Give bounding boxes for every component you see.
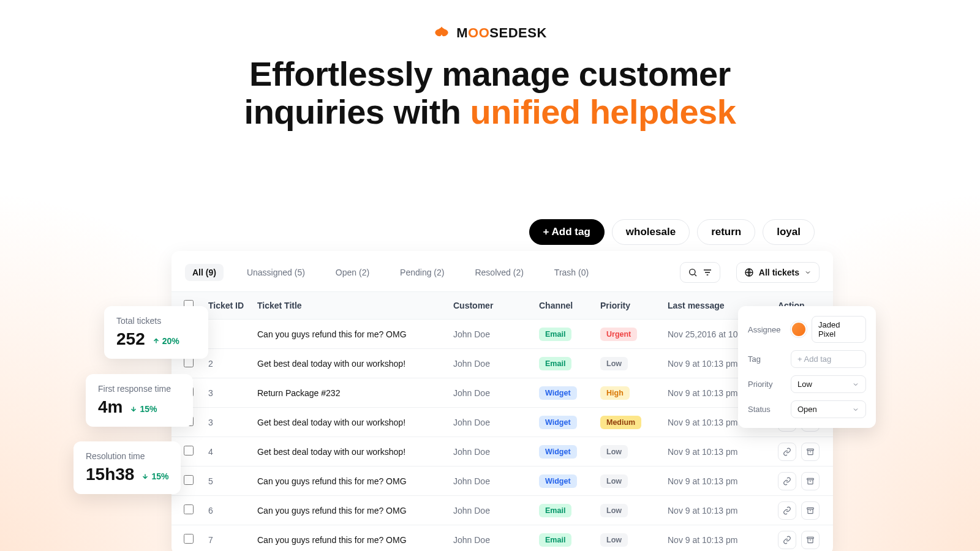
tag-button-loyal[interactable]: loyal [763, 219, 815, 245]
cell-last-message: Nov 9 at 10:13 pm [668, 535, 778, 545]
cell-customer: John Doe [453, 388, 539, 398]
table-row[interactable]: 3Return Package #232John DoeWidgetHighNo… [172, 378, 833, 408]
assignee-value[interactable]: Jaded Pixel [812, 316, 866, 343]
priority-badge: Low [600, 474, 628, 488]
tab-open[interactable]: Open (2) [328, 264, 377, 281]
row-link-button[interactable] [778, 501, 796, 520]
stat-delta: 15% [130, 404, 157, 414]
table-row[interactable]: Can you guys refund this for me? OMGJohn… [172, 320, 833, 349]
stat-first-response: First response time 4m 15% [86, 374, 193, 427]
row-checkbox[interactable] [184, 534, 194, 544]
search-icon [688, 268, 698, 277]
row-checkbox[interactable] [184, 446, 194, 455]
globe-icon [744, 268, 754, 277]
row-link-button[interactable] [778, 531, 796, 549]
cell-customer: John Doe [453, 476, 539, 486]
row-archive-button[interactable] [801, 472, 820, 490]
row-archive-button[interactable] [801, 501, 820, 520]
channel-badge: Email [539, 328, 571, 341]
status-select[interactable]: Open [791, 400, 866, 418]
cell-customer: John Doe [453, 418, 539, 427]
chevron-down-icon [852, 406, 859, 413]
stat-value: 252 [116, 329, 145, 349]
channel-badge: Email [539, 504, 571, 517]
row-link-button[interactable] [778, 443, 796, 461]
priority-badge: Medium [600, 416, 641, 429]
chevron-down-icon [804, 269, 812, 276]
tab-trash[interactable]: Trash (0) [547, 264, 596, 281]
cell-customer: John Doe [453, 506, 539, 515]
channel-badge: Widget [539, 416, 577, 429]
cell-ticket-id: 3 [208, 388, 257, 398]
stat-value: 4m [98, 397, 123, 417]
cell-title: Get best deal today with our workshop! [257, 447, 453, 457]
row-checkbox[interactable] [184, 504, 194, 514]
cell-ticket-id: 7 [208, 535, 257, 545]
cell-customer: John Doe [453, 359, 539, 369]
brand-name: MOOSEDESK [456, 25, 547, 41]
tab-all[interactable]: All (9) [185, 264, 224, 281]
tag-button-return[interactable]: return [697, 219, 755, 245]
table-row[interactable]: 5Can you guys refund this for me? OMGJoh… [172, 467, 833, 496]
row-checkbox[interactable] [184, 358, 194, 367]
cell-title: Get best deal today with our workshop! [257, 359, 453, 369]
cell-title: Can you guys refund this for me? OMG [257, 476, 453, 486]
col-ticket-id: Ticket ID [208, 301, 257, 310]
tab-pending[interactable]: Pending (2) [393, 264, 451, 281]
table-row[interactable]: 6Can you guys refund this for me? OMGJoh… [172, 496, 833, 525]
cell-title: Can you guys refund this for me? OMG [257, 535, 453, 545]
cell-customer: John Doe [453, 447, 539, 457]
priority-badge: Low [600, 445, 628, 459]
ticket-panel: All (9) Unassigned (5) Open (2) Pending … [172, 251, 833, 551]
all-tickets-dropdown[interactable]: All tickets [736, 262, 820, 283]
channel-badge: Email [539, 533, 571, 547]
table-row[interactable]: 7Can you guys refund this for me? OMGJoh… [172, 525, 833, 551]
tab-unassigned[interactable]: Unassigned (5) [239, 264, 312, 281]
row-checkbox[interactable] [184, 475, 194, 485]
tag-label: Tag [748, 354, 785, 364]
col-channel: Channel [539, 301, 600, 310]
cell-customer: John Doe [453, 329, 539, 339]
search-filter-button[interactable] [680, 262, 720, 283]
table-row[interactable]: 2Get best deal today with our workshop!J… [172, 349, 833, 378]
page-headline: Effortlessly manage customer inquiries w… [0, 55, 980, 130]
priority-badge: Low [600, 533, 628, 547]
tabs-bar: All (9) Unassigned (5) Open (2) Pending … [172, 262, 833, 291]
cell-title: Can you guys refund this for me? OMG [257, 506, 453, 515]
arrow-up-icon [153, 337, 160, 345]
ticket-details-popover: Assignee Jaded Pixel Tag Priority Low St… [738, 306, 876, 428]
cell-last-message: Nov 9 at 10:13 pm [668, 476, 778, 486]
svg-rect-6 [807, 449, 814, 450]
cell-ticket-id: 4 [208, 447, 257, 457]
stat-label: Resolution time [86, 451, 168, 461]
svg-rect-9 [807, 537, 814, 538]
cell-title: Return Package #232 [257, 388, 453, 398]
col-title: Ticket Title [257, 301, 453, 310]
tab-resolved[interactable]: Resolved (2) [467, 264, 530, 281]
col-customer: Customer [453, 301, 539, 310]
channel-badge: Email [539, 357, 571, 370]
tag-button-wholesale[interactable]: wholesale [612, 219, 690, 245]
row-archive-button[interactable] [801, 531, 820, 549]
cell-title: Get best deal today with our workshop! [257, 418, 453, 427]
tag-input[interactable] [791, 350, 866, 368]
stat-delta: 20% [153, 336, 179, 346]
cell-ticket-id: 2 [208, 359, 257, 369]
brand-header: MOOSEDESK [0, 0, 980, 42]
assignee-label: Assignee [748, 325, 785, 334]
table-row[interactable]: 4Get best deal today with our workshop!J… [172, 437, 833, 467]
table-row[interactable]: 3Get best deal today with our workshop!J… [172, 408, 833, 437]
priority-badge: Low [600, 357, 628, 370]
priority-select[interactable]: Low [791, 375, 866, 393]
stat-value: 15h38 [86, 465, 134, 484]
chevron-down-icon [852, 381, 859, 388]
cell-title: Can you guys refund this for me? OMG [257, 329, 453, 339]
channel-badge: Widget [539, 445, 577, 459]
svg-rect-7 [807, 478, 814, 479]
cell-last-message: Nov 9 at 10:13 pm [668, 506, 778, 515]
add-tag-button[interactable]: + Add tag [529, 219, 605, 245]
priority-badge: Low [600, 504, 628, 517]
row-link-button[interactable] [778, 472, 796, 490]
assignee-avatar [791, 321, 807, 337]
row-archive-button[interactable] [801, 443, 820, 461]
